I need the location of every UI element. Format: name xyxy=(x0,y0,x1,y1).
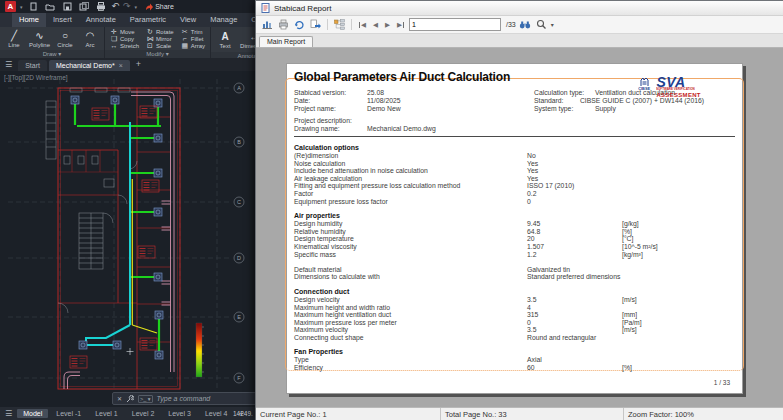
window-title: Stabicad Report xyxy=(274,4,331,13)
modify-tool-button[interactable]: ✂ Trim xyxy=(181,28,205,35)
modify-tool-button[interactable]: ▦ Array xyxy=(181,42,205,49)
qat-caret-icon[interactable]: ▾ xyxy=(135,4,138,10)
report-row: Relative humidity 64.8 [%] xyxy=(294,228,735,236)
report-row: Maximum height and width ratio 4 xyxy=(294,304,735,312)
command-input-icon[interactable]: >_ ▾ xyxy=(138,395,153,403)
app-menu-caret-icon[interactable]: ▾ xyxy=(20,4,23,10)
row-value: 64.8 xyxy=(527,228,622,236)
row-value: 9.45 xyxy=(527,220,622,228)
export-report-icon[interactable] xyxy=(261,18,274,31)
save-as-icon[interactable] xyxy=(78,0,91,13)
layout-tab[interactable]: Level -1 xyxy=(50,409,87,418)
refresh-icon[interactable] xyxy=(293,18,306,31)
report-toolbar: ◀ ◀ ▶ ▶ /33 ▾ xyxy=(256,16,783,34)
file-tab-active-doc[interactable]: Mechanical Demo* × xyxy=(49,60,130,71)
toc-tree-icon[interactable] xyxy=(333,18,346,31)
main-report-tab[interactable]: Main Report xyxy=(259,36,313,47)
ribbon-tab[interactable]: Annotate xyxy=(79,13,123,27)
layout-tab[interactable]: Level 4 xyxy=(199,409,234,418)
ribbon-tab[interactable]: Insert xyxy=(46,13,79,27)
section-heading: Calculation options xyxy=(294,143,735,152)
row-unit: [%] xyxy=(622,364,735,372)
export-document-icon[interactable] xyxy=(309,18,322,31)
ribbon-tab[interactable]: Manage xyxy=(203,13,244,27)
save-icon[interactable] xyxy=(61,0,74,13)
modify-tool-button[interactable]: ↔ Stretch xyxy=(110,42,139,49)
first-page-button[interactable]: ◀ xyxy=(357,21,368,29)
draw-tool-icon: ∿ xyxy=(35,30,43,41)
annotation-tool-button[interactable]: A Text xyxy=(215,28,235,51)
row-label: Dimensions to calculate with xyxy=(294,273,527,281)
layout-tab[interactable]: Level 2 xyxy=(126,409,161,418)
row-label: Design velocity xyxy=(294,296,527,304)
report-statusbar: Current Page No.: 1 Total Page No.: 33 Z… xyxy=(256,407,783,420)
meta-row: Date:11/08/2025 xyxy=(294,97,534,105)
report-row: Equipment pressure loss factor 0 xyxy=(294,198,735,206)
row-label: Type xyxy=(294,356,527,364)
customize-wrench-icon[interactable] xyxy=(126,395,134,403)
row-value: Yes xyxy=(527,167,622,175)
row-value: 0.2 xyxy=(527,190,622,198)
zoom-tool-icon[interactable] xyxy=(535,18,548,31)
ribbon-tab[interactable]: Home xyxy=(12,13,46,27)
viewport-controls-label[interactable]: [-][Top][2D Wireframe] xyxy=(4,74,68,81)
row-value: 3.5 xyxy=(527,296,622,304)
open-folder-icon[interactable] xyxy=(44,0,57,13)
new-file-icon[interactable] xyxy=(27,0,40,13)
plot-icon[interactable] xyxy=(95,0,108,13)
stabicad-report-window: Stabicad Report ◀ ◀ ▶ ▶ /33 ▾ Main Repor… xyxy=(255,0,783,420)
row-unit xyxy=(622,258,735,266)
close-tab-icon[interactable]: × xyxy=(119,62,123,69)
modify-tool-button[interactable]: ❏ Copy xyxy=(110,35,139,42)
share-button[interactable]: Share xyxy=(145,3,174,11)
panel-label-modify[interactable]: Modify ▾ xyxy=(105,50,210,58)
redo-icon[interactable]: ↷ xyxy=(123,2,131,11)
draw-tool-button[interactable]: ╱ Line xyxy=(4,28,24,49)
row-value: Round and rectangular xyxy=(527,334,622,342)
modify-tool-button[interactable]: ↻ Rotate xyxy=(146,28,174,35)
ribbon-tab[interactable]: Parametric xyxy=(123,13,173,27)
command-close-icon[interactable]: ✕ xyxy=(117,395,122,402)
row-unit: [m/s] xyxy=(622,296,735,304)
fixtures-stairs-doors xyxy=(46,88,137,313)
modify-tool-button[interactable]: ⌐ Fillet xyxy=(181,35,205,42)
header-divider xyxy=(294,136,735,137)
autocad-app-menu[interactable]: A xyxy=(5,1,16,12)
page-number-input[interactable] xyxy=(409,18,501,31)
zoom-caret-icon[interactable]: ▾ xyxy=(551,21,554,28)
annotation-tool-icon: A xyxy=(221,31,228,42)
new-drawing-tab-icon[interactable]: + xyxy=(132,59,145,71)
row-unit: [°C] xyxy=(622,235,735,243)
modify-tool-button[interactable]: ⋈ Mirror xyxy=(146,35,174,42)
row-unit xyxy=(622,304,735,312)
layout-tab[interactable]: Level 1 xyxy=(89,409,124,418)
row-label: Design humidity xyxy=(294,220,527,228)
search-binoculars-icon[interactable] xyxy=(519,18,532,31)
status-total-pages: Total Page No.: 33 xyxy=(441,408,624,420)
panel-label-draw[interactable]: Draw ▾ xyxy=(0,50,104,58)
last-page-button[interactable]: ▶ xyxy=(395,21,406,29)
report-row: Kinematical viscosity 1.507 [10^-5 m²/s] xyxy=(294,243,735,251)
layout-menu-icon[interactable]: ☰ xyxy=(5,409,12,418)
draw-tool-button[interactable]: ∿ Polyline xyxy=(29,28,50,49)
stabicad-titlebar[interactable]: Stabicad Report xyxy=(256,1,783,16)
previous-page-button[interactable]: ◀ xyxy=(371,21,380,29)
command-input[interactable]: Type a command xyxy=(157,395,211,402)
draw-tool-button[interactable]: ○ Circle xyxy=(55,28,75,49)
file-tabs-menu-icon[interactable]: ☰ xyxy=(5,60,12,69)
layout-tab[interactable]: Model xyxy=(17,409,48,418)
draw-tool-button[interactable]: ◠ Arc xyxy=(80,28,100,49)
ribbon-tab[interactable]: View xyxy=(173,13,203,27)
svg-text:A: A xyxy=(237,85,241,91)
modify-tool-button[interactable]: ✛ Move xyxy=(110,28,139,35)
report-viewer[interactable]: Global Parameters Air Duct Calculation C… xyxy=(256,48,783,407)
undo-icon[interactable]: ↶ xyxy=(112,2,120,11)
modify-tool-button[interactable]: ⊡ Scale xyxy=(146,42,174,49)
modify-tool-icon: ⊡ xyxy=(146,42,154,49)
caret-down-icon: ▾ xyxy=(166,51,169,57)
file-tab-start[interactable]: Start xyxy=(18,60,47,71)
toolbar-separator xyxy=(351,19,352,30)
next-page-button[interactable]: ▶ xyxy=(383,21,392,29)
layout-tab[interactable]: Level 3 xyxy=(162,409,197,418)
print-icon[interactable] xyxy=(277,18,290,31)
